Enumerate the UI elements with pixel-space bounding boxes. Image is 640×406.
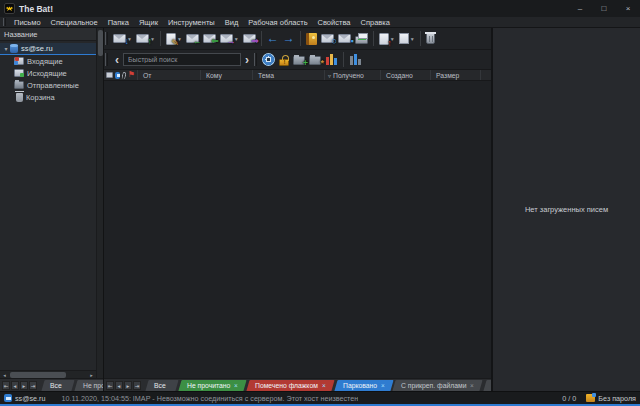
folder-pane-vscrollbar[interactable] xyxy=(96,28,103,378)
new-message-icon: ✎ xyxy=(166,33,176,45)
print-button[interactable] xyxy=(353,30,370,48)
account-status-icon xyxy=(4,394,12,402)
get-mail-button[interactable]: ↓▼ xyxy=(111,30,134,48)
scroll-right-icon[interactable]: ▸ xyxy=(87,372,96,378)
menu-item[interactable]: Специальное xyxy=(46,17,103,28)
tab-close-icon[interactable]: × xyxy=(234,382,238,389)
column-header[interactable]: Размер xyxy=(431,70,481,80)
preview-pane[interactable]: Нет загруженных писем xyxy=(491,28,640,391)
status-account[interactable]: ss@se.ru xyxy=(15,394,45,403)
folder-row[interactable]: Отправленные xyxy=(0,79,96,91)
tab-first-button[interactable]: ⇤ xyxy=(106,381,114,390)
tab-last-button[interactable]: ⇥ xyxy=(29,381,37,390)
attachment-icon[interactable] xyxy=(122,72,127,80)
app-logo-bat-icon xyxy=(4,3,15,14)
save-message-icon: ▪ xyxy=(338,34,351,43)
redirect-button[interactable]: ⇒ xyxy=(241,30,258,48)
menubar-gripper[interactable] xyxy=(3,18,6,26)
tab-close-icon[interactable]: × xyxy=(381,382,385,389)
message-view-tab[interactable]: С прикреп. файлами× xyxy=(393,380,483,391)
flag-icon[interactable]: ⚑ xyxy=(128,71,135,79)
folder-row[interactable]: Корзина xyxy=(0,91,96,103)
chevron-down-icon[interactable]: ▼ xyxy=(410,36,415,42)
close-button[interactable]: × xyxy=(616,0,640,17)
access-lock-button[interactable] xyxy=(277,51,291,69)
column-header[interactable]: Кому xyxy=(201,70,253,80)
folder-pane-hscrollbar[interactable]: ◂ ▸ xyxy=(0,370,96,378)
tab-last-button[interactable]: ⇥ xyxy=(133,381,141,390)
menu-item[interactable]: Справка xyxy=(355,17,394,28)
menu-item[interactable]: Инструменты xyxy=(163,17,220,28)
maximize-button[interactable]: □ xyxy=(592,0,616,17)
tab-prev-button[interactable]: ◂ xyxy=(115,381,123,390)
message-view-tab[interactable]: Помечено флажком× xyxy=(246,380,334,391)
menu-item[interactable]: Папка xyxy=(103,17,134,28)
message-view-tab[interactable]: Все xyxy=(145,380,178,391)
priority-icon[interactable] xyxy=(115,72,121,79)
delete-button[interactable] xyxy=(424,30,437,48)
menu-item[interactable]: Вид xyxy=(220,17,244,28)
menu-item[interactable]: Рабочая область xyxy=(243,17,312,28)
status-bar: ss@se.ru 10.11.2020, 15:04:55: IMAP - Не… xyxy=(0,391,640,404)
tab-first-button[interactable]: ⇤ xyxy=(2,381,10,390)
folder-view-tab[interactable]: Не прочитано× xyxy=(74,380,103,391)
unread-envelope-icon[interactable] xyxy=(106,72,113,78)
password-key-icon xyxy=(586,394,595,402)
column-header[interactable]: Создано xyxy=(381,70,431,80)
tab-close-icon[interactable]: × xyxy=(322,382,326,389)
view-mode-button[interactable] xyxy=(260,51,277,69)
view-columns-button[interactable] xyxy=(347,51,364,69)
folder-row[interactable]: Входящие xyxy=(0,55,96,67)
search-prev-button[interactable]: ‹ xyxy=(111,53,123,67)
find-message-button[interactable]: ○ xyxy=(319,30,336,48)
nav-forward-button[interactable]: → xyxy=(281,30,297,48)
folder-pane-header[interactable]: Название xyxy=(0,28,96,41)
send-queued-mail-button[interactable]: ↑▼ xyxy=(134,30,157,48)
address-book-icon xyxy=(306,33,317,45)
folder-tree: ▾ ss@se.ru Входящие xyxy=(0,41,96,370)
message-view-tab[interactable]: Не прочитано× xyxy=(178,380,246,391)
toolbar-gripper[interactable] xyxy=(105,32,108,45)
message-view-tab[interactable]: Парковано× xyxy=(334,380,393,391)
folder-row[interactable]: Исходящие xyxy=(0,67,96,79)
scroll-left-icon[interactable]: ◂ xyxy=(0,372,9,378)
folder-view-tab[interactable]: Все xyxy=(41,380,74,391)
quick-search-input[interactable] xyxy=(123,53,241,66)
address-book-button[interactable] xyxy=(304,30,319,48)
nav-back-button[interactable]: ← xyxy=(265,30,281,48)
column-header[interactable]: От xyxy=(138,70,201,80)
sort-mode-button[interactable] xyxy=(323,51,340,69)
copy-to-folder-button[interactable]: ▼ xyxy=(397,30,417,48)
toolbar-gripper[interactable] xyxy=(254,53,257,66)
minimize-button[interactable]: – xyxy=(568,0,592,17)
menu-item[interactable]: Свойства xyxy=(313,17,356,28)
tab-next-button[interactable]: ▸ xyxy=(124,381,132,390)
forward-button[interactable]: →▼ xyxy=(218,30,241,48)
chevron-down-icon[interactable]: ▾ xyxy=(2,45,10,52)
menu-item[interactable]: Ящик xyxy=(134,17,163,28)
column-header[interactable]: Тема xyxy=(253,70,325,80)
column-header[interactable]: ▿Получено xyxy=(325,70,381,80)
message-list-tabbar: ⇤◂▸⇥ ВсеНе прочитано×Помечено флажком×Па… xyxy=(104,378,491,391)
reply-all-button[interactable]: ⇐ xyxy=(201,30,218,48)
menu-item[interactable]: Письмо xyxy=(9,17,46,28)
message-list[interactable] xyxy=(104,81,491,378)
password-status[interactable]: Без пароля xyxy=(598,394,636,403)
toolbar-separator xyxy=(300,31,301,46)
tab-prev-button[interactable]: ◂ xyxy=(11,381,19,390)
toolbar-gripper[interactable] xyxy=(105,53,108,66)
move-to-folder-button[interactable]: ↑▼ xyxy=(377,30,397,48)
new-folder-button[interactable]: + xyxy=(291,51,307,69)
hscroll-thumb[interactable] xyxy=(10,372,66,378)
tab-close-icon[interactable]: × xyxy=(471,382,475,389)
folder-maintenance-button[interactable]: * xyxy=(307,51,323,69)
search-next-button[interactable]: › xyxy=(241,53,253,67)
find-message-icon: ○ xyxy=(321,34,334,43)
tab-next-button[interactable]: ▸ xyxy=(20,381,28,390)
new-message-button[interactable]: ✎▼ xyxy=(164,30,184,48)
vscroll-thumb[interactable] xyxy=(98,30,103,56)
reply-button[interactable]: ← xyxy=(184,30,201,48)
message-view-tab[interactable]: Информация× xyxy=(483,380,491,391)
account-row[interactable]: ▾ ss@se.ru xyxy=(0,43,96,55)
save-message-button[interactable]: ▪ xyxy=(336,30,353,48)
